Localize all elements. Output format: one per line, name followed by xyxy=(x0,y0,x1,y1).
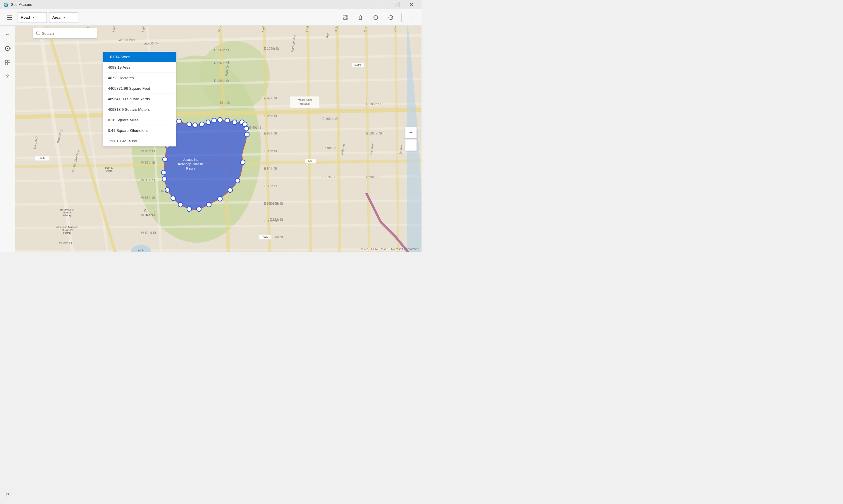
left-sidebar: ← ? xyxy=(0,26,15,252)
map-container[interactable]: Park Dr. N Central Park E 106th St E 109… xyxy=(15,26,421,252)
svg-point-48 xyxy=(206,120,211,125)
search-container xyxy=(33,28,97,39)
redo-icon xyxy=(388,15,394,20)
undo-button[interactable] xyxy=(370,12,382,23)
svg-point-7 xyxy=(7,48,8,49)
svg-point-52 xyxy=(232,120,237,125)
map-svg: Park Dr. N Central Park E 106th St E 109… xyxy=(15,26,421,252)
svg-point-61 xyxy=(207,202,211,207)
more-button[interactable]: ··· xyxy=(406,12,418,23)
svg-point-64 xyxy=(178,202,183,207)
svg-text:97th St: 97th St xyxy=(220,101,230,104)
title-bar: 🌍 Geo Measure – ⬜ ✕ xyxy=(0,0,421,10)
zoom-in-button[interactable]: + xyxy=(405,127,417,139)
save-button[interactable] xyxy=(339,12,351,23)
measurement-item-7[interactable]: 0.41 Square Kilometers xyxy=(103,125,176,136)
svg-text:103rd: 103rd xyxy=(354,64,361,66)
svg-point-47 xyxy=(199,122,204,127)
svg-text:of Natural: of Natural xyxy=(62,229,73,232)
svg-point-45 xyxy=(187,122,192,127)
hamburger-button[interactable] xyxy=(3,12,15,23)
svg-point-44 xyxy=(177,119,181,124)
app-container: Road ▼ Area ▼ xyxy=(0,10,421,252)
svg-rect-13 xyxy=(8,60,10,62)
svg-text:E 102nd St: E 102nd St xyxy=(322,117,338,121)
map-type-value: Road xyxy=(21,15,30,20)
measure-type-dropdown[interactable]: Area ▼ xyxy=(49,12,78,23)
svg-text:Mount Sinai: Mount Sinai xyxy=(298,98,312,102)
svg-text:Turtle: Turtle xyxy=(138,249,144,252)
svg-text:E 96th St: E 96th St xyxy=(366,175,380,179)
layers-button[interactable] xyxy=(1,56,14,69)
svg-text:96th: 96th xyxy=(308,160,313,163)
svg-rect-2 xyxy=(344,18,347,19)
measurement-item-2[interactable]: 40.93 Hectares xyxy=(103,73,176,83)
measurement-panel: 101.14 Acres 4093.19 Ares 40.93 Hectares… xyxy=(103,51,176,146)
svg-text:Park: Park xyxy=(146,213,154,217)
measurement-item-6[interactable]: 0.16 Square Miles xyxy=(103,115,176,125)
svg-point-65 xyxy=(171,196,176,201)
svg-text:E 86th St: E 86th St xyxy=(270,218,283,221)
svg-text:W 85th St: W 85th St xyxy=(141,196,155,199)
back-icon: ← xyxy=(5,32,10,37)
svg-point-69 xyxy=(163,157,167,162)
delete-button[interactable] xyxy=(354,12,366,23)
search-box xyxy=(33,28,97,39)
back-button[interactable]: ← xyxy=(1,28,14,41)
help-button[interactable]: ? xyxy=(1,70,14,83)
svg-point-49 xyxy=(212,118,216,123)
svg-text:E 93rd St: E 93rd St xyxy=(264,184,277,188)
main-area: ← ? xyxy=(0,26,421,252)
svg-text:E 106th St: E 106th St xyxy=(214,79,229,83)
layers-icon xyxy=(4,59,11,66)
map-type-dropdown[interactable]: Road ▼ xyxy=(18,12,47,23)
svg-rect-15 xyxy=(8,63,10,65)
measurement-item-1[interactable]: 4093.19 Ares xyxy=(103,62,176,73)
svg-text:86th: 86th xyxy=(39,157,45,160)
minimize-button[interactable]: – xyxy=(376,0,390,10)
app-title: Geo Measure xyxy=(11,3,32,7)
svg-text:W 87th St: W 87th St xyxy=(141,161,155,164)
svg-text:E 96th St: E 96th St xyxy=(264,131,277,135)
trash-icon xyxy=(357,15,363,20)
svg-point-58 xyxy=(235,178,240,183)
svg-text:W 82nd St: W 82nd St xyxy=(141,231,156,234)
svg-text:Resv'r: Resv'r xyxy=(186,167,195,170)
search-input[interactable] xyxy=(42,31,94,36)
svg-text:Central: Central xyxy=(104,169,113,173)
measurement-item-4[interactable]: 489541.33 Square Yards xyxy=(103,94,176,104)
svg-rect-14 xyxy=(5,63,7,65)
svg-text:E 96th St: E 96th St xyxy=(249,126,262,129)
svg-text:E 109th St: E 109th St xyxy=(264,47,279,50)
svg-text:E 99th St: E 99th St xyxy=(322,146,335,150)
search-icon xyxy=(36,31,40,35)
toolbar-divider xyxy=(401,14,402,22)
measurement-item-3[interactable]: 4405871.96 Square Feet xyxy=(103,83,176,94)
help-icon: ? xyxy=(6,74,9,79)
svg-text:E 106th St: E 106th St xyxy=(214,48,229,52)
hamburger-line-2 xyxy=(7,17,12,18)
svg-point-54 xyxy=(243,122,247,127)
measurement-item-0[interactable]: 101.14 Acres xyxy=(103,52,176,62)
measurement-item-8[interactable]: 123810.92 Tsubo xyxy=(103,136,176,146)
close-button[interactable]: ✕ xyxy=(405,0,418,10)
maximize-button[interactable]: ⬜ xyxy=(390,0,404,10)
measurement-item-5[interactable]: 409318.9 Square Meters xyxy=(103,104,176,115)
toolbar-right: ··· xyxy=(339,12,418,23)
map-type-arrow: ▼ xyxy=(32,16,35,19)
map-copyright: © 2018 HERE, © 2015 Microsoft Corporatio… xyxy=(361,248,419,251)
svg-point-16 xyxy=(37,32,39,35)
svg-text:Natural: Natural xyxy=(63,211,71,214)
zoom-controls: + − xyxy=(405,127,417,151)
svg-point-67 xyxy=(162,177,167,181)
zoom-out-button[interactable]: − xyxy=(405,139,417,151)
svg-text:E 102nd St: E 102nd St xyxy=(366,131,382,135)
svg-point-51 xyxy=(225,118,230,123)
location-button[interactable] xyxy=(1,42,14,55)
svg-point-57 xyxy=(241,160,245,165)
redo-button[interactable] xyxy=(385,12,397,23)
svg-rect-1 xyxy=(344,15,346,17)
svg-text:Hospital: Hospital xyxy=(300,102,310,105)
svg-text:History: History xyxy=(63,214,72,217)
svg-text:Jacqueline: Jacqueline xyxy=(183,158,199,161)
